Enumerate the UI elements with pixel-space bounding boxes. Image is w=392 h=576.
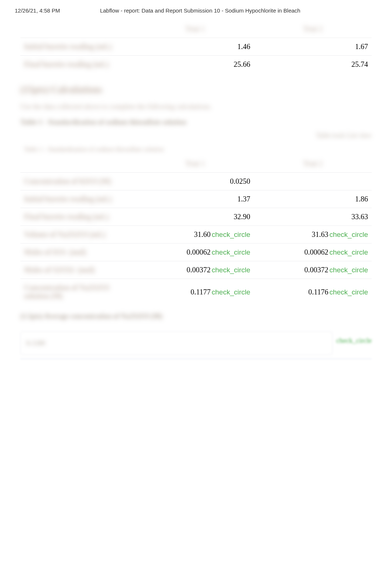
- cell-value: 0.00062check_circle: [254, 244, 372, 261]
- cell-value: 1.86: [254, 190, 372, 208]
- table-row: Moles of IO3- (mol) 0.00062check_circle …: [20, 244, 372, 261]
- section-divider: [20, 359, 372, 359]
- question-label: (1.5pts) Average concentration of Na2S2O…: [20, 312, 372, 320]
- table-row: Moles of S2O32- (mol) 0.00372check_circl…: [20, 261, 372, 279]
- row-label: Moles of IO3- (mol): [24, 248, 86, 256]
- check-circle-icon: check_circle: [336, 337, 372, 345]
- section-instruction: Use the data collected above to complete…: [20, 103, 372, 111]
- check-circle-icon: check_circle: [212, 266, 251, 274]
- table-row: Volume of Na2S2O3 (mL) 31.60check_circle…: [20, 226, 372, 244]
- table-row: Initial burette reading (mL) 1.46 1.67: [20, 38, 372, 56]
- table-row: Initial burette reading (mL) 1.37 1.86: [20, 190, 372, 208]
- row-label: Moles of S2O32- (mol): [24, 266, 95, 274]
- cell-value: 31.60check_circle: [136, 226, 254, 244]
- check-circle-icon: check_circle: [212, 248, 251, 256]
- row-label: Final burette reading (mL): [24, 60, 109, 68]
- table-row: Final burette reading (mL) 25.66 25.74: [20, 56, 372, 73]
- answer-input-box[interactable]: 0.1180: [20, 331, 333, 355]
- cell-value: 25.74: [254, 56, 372, 73]
- section-subheading: Table 1 - Standardization of sodium thio…: [20, 118, 372, 126]
- cell-value: 0.00372check_circle: [254, 261, 372, 279]
- row-label: Initial burette reading (mL): [24, 42, 112, 51]
- section-heading: (15pts) Calculations: [20, 84, 372, 95]
- standardization-table: Table 1 - Standardization of sodium thio…: [20, 141, 372, 305]
- cell-value: 31.63check_circle: [254, 226, 372, 244]
- cell-value: 0.0250: [136, 173, 254, 190]
- cell-value: 0.1177check_circle: [136, 279, 254, 305]
- cell-value: 0.00372check_circle: [136, 261, 254, 279]
- cell-value: 0.00062check_circle: [136, 244, 254, 261]
- check-circle-icon: check_circle: [329, 266, 368, 274]
- answer-value: 0.1180: [26, 339, 45, 347]
- cell-value: 0.1176check_circle: [254, 279, 372, 305]
- row-label: Final burette reading (mL): [24, 213, 109, 221]
- cell-value: 1.67: [254, 38, 372, 56]
- row-label: Volume of Na2S2O3 (mL): [24, 230, 106, 238]
- check-circle-icon: check_circle: [212, 231, 251, 238]
- header-page-title: Labflow - report: Data and Report Submis…: [60, 7, 340, 14]
- row-label: Concentration of Na2S2O3 solution (M): [24, 283, 109, 300]
- table1-col1: Trial 1: [136, 20, 254, 38]
- table-row: Final burette reading (mL) 32.90 33.63: [20, 208, 372, 226]
- burette-table: Trial 1 Trial 2 Initial burette reading …: [20, 20, 372, 73]
- check-circle-icon: check_circle: [329, 288, 368, 296]
- table-row: Concentration of KIO3 (M) 0.0250: [20, 173, 372, 190]
- check-circle-icon: check_circle: [329, 248, 368, 256]
- row-label: Concentration of KIO3 (M): [24, 177, 111, 185]
- table-caption: Table 1 - Standardization of sodium thio…: [20, 141, 372, 155]
- table-row: Concentration of Na2S2O3 solution (M) 0.…: [20, 279, 372, 305]
- check-circle-icon: check_circle: [212, 288, 251, 296]
- cell-value: [254, 173, 372, 190]
- cell-value: 1.37: [136, 190, 254, 208]
- table2-col2: Trial 2: [254, 155, 372, 173]
- check-circle-icon: check_circle: [329, 231, 368, 238]
- cell-value: 1.46: [136, 38, 254, 56]
- cell-value: 25.66: [136, 56, 254, 73]
- row-label: Initial burette reading (mL): [24, 195, 112, 203]
- header-timestamp: 12/26/21, 4:58 PM: [15, 7, 60, 14]
- cell-value: 33.63: [254, 208, 372, 226]
- cell-value: 32.90: [136, 208, 254, 226]
- table1-col2: Trial 2: [254, 20, 372, 38]
- table2-col1: Trial 1: [136, 155, 254, 173]
- table-tools-bar[interactable]: Table tools List view: [20, 132, 372, 139]
